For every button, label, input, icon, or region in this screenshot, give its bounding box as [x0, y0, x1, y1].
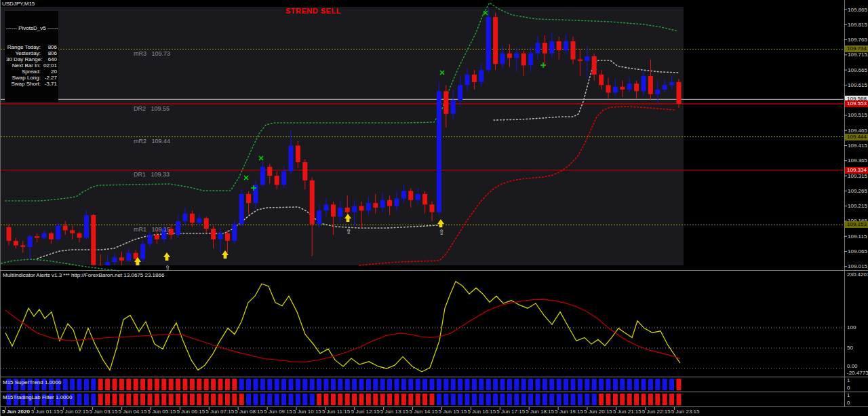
time-axis-label: 5 Jun 01:15 — [31, 409, 60, 415]
time-axis-label: 5 Jun 08:15 — [235, 409, 263, 415]
candle-body — [176, 221, 180, 235]
histogram-bar — [331, 394, 336, 405]
price-axis-label: 109.465 — [848, 128, 867, 134]
histogram-bar — [155, 394, 159, 405]
chart-canvas[interactable]: ⇧⇧⇧ — [0, 0, 868, 416]
info-row-label: 30 Day Range: — [6, 56, 42, 62]
histogram-bar — [571, 379, 576, 390]
histogram-bar — [70, 379, 75, 390]
histogram-bar — [225, 394, 230, 405]
candle-body — [140, 244, 145, 259]
candle-body — [211, 229, 216, 240]
histogram-bar — [528, 394, 533, 405]
info-row-value: -3.71 — [41, 81, 57, 87]
histogram-bar — [507, 394, 512, 405]
info-row-value: 806 — [41, 50, 57, 56]
time-axis-label: 5 Jun 10:15 — [293, 409, 321, 415]
candle-body — [521, 54, 526, 66]
histogram-bar — [514, 394, 519, 405]
candle-body — [155, 235, 159, 240]
price-axis-label: 109.515 — [848, 112, 867, 118]
histogram-bar — [655, 394, 660, 405]
price-axis-highlight-109.734: 109.734 — [845, 45, 868, 52]
candle-body — [352, 206, 357, 212]
candle-body — [49, 233, 54, 240]
price-axis-label: 109.765 — [848, 37, 867, 43]
pivot-label-mR1: mR1 109.15 — [134, 226, 170, 233]
time-axis-label: 5 Jun 07:15 — [205, 409, 234, 415]
time-axis-label: 5 Jun 03:15 — [90, 409, 118, 415]
oscillator-layer — [5, 282, 680, 372]
histogram-bar — [627, 394, 632, 405]
price-axis-highlight-109.334: 109.334 — [845, 167, 868, 174]
histogram-bar — [366, 379, 371, 390]
candle-body — [380, 200, 385, 208]
histogram-bar — [77, 379, 82, 390]
candle-body — [289, 146, 294, 172]
histogram-bar — [140, 394, 145, 405]
info-row-label: Spread: — [6, 69, 41, 75]
histogram-bar — [246, 394, 251, 405]
histogram-bar — [613, 379, 618, 390]
time-axis-label: 5 Jun 16:15 — [467, 409, 496, 415]
histogram-bar — [183, 394, 188, 405]
histogram-bar — [338, 394, 342, 405]
histogram-bar — [571, 394, 576, 405]
price-axis-label: 109.615 — [848, 82, 867, 88]
oscillator-line-red — [5, 299, 680, 362]
candle-body — [296, 146, 300, 163]
candle-body — [105, 262, 110, 269]
histogram-bar — [557, 379, 561, 390]
candle-body — [571, 41, 576, 60]
chart-window: ⇧⇧⇧ USDJPY,M15 STREND SELL ------ Pivots… — [0, 0, 868, 416]
histogram-bar — [422, 394, 427, 405]
pivot-label-mR2: mR2 109.44 — [134, 138, 170, 145]
histogram-bar — [211, 394, 216, 405]
hollow-arrow-icon: ⇧ — [345, 227, 351, 236]
candle-body — [183, 214, 188, 221]
histogram-bar — [246, 379, 251, 390]
histogram-bar — [416, 394, 420, 405]
histogram-bar — [648, 394, 653, 405]
histogram-bar — [197, 394, 201, 405]
candle-body — [648, 76, 653, 94]
histogram-bar — [324, 394, 329, 405]
histogram-bar — [521, 379, 526, 390]
candle-body — [56, 226, 60, 240]
price-axis-highlight-109.444: 109.444 — [845, 134, 868, 140]
histogram-bar — [408, 394, 413, 405]
price-axis-highlight-109.553: 109.553 — [845, 100, 868, 107]
histogram-bar — [84, 394, 89, 405]
histogram-bar — [493, 394, 498, 405]
time-axis-label: 5 Jun 09:15 — [264, 409, 292, 415]
candle-body — [260, 167, 265, 185]
histogram-bar — [254, 379, 258, 390]
histogram-bar — [437, 394, 441, 405]
histogram-bar — [486, 394, 491, 405]
histogram-bar — [479, 379, 484, 390]
candle-body — [493, 17, 498, 64]
histogram-bar — [642, 379, 646, 390]
candle-body — [310, 181, 315, 225]
histogram-bar — [275, 379, 279, 390]
histogram-bar — [176, 394, 180, 405]
candle-body — [557, 41, 561, 50]
candle-body — [197, 218, 201, 223]
histogram-bar — [310, 394, 315, 405]
histogram-bar — [366, 394, 371, 405]
candle-body — [14, 241, 18, 246]
histogram-bar — [578, 379, 583, 390]
histogram-bar — [126, 394, 131, 405]
histogram-bar — [105, 394, 110, 405]
histogram-bar — [663, 394, 667, 405]
candle-body — [20, 246, 25, 247]
histogram-bar — [254, 394, 258, 405]
histogram-bar — [380, 394, 385, 405]
histogram-bar — [465, 394, 470, 405]
histogram-bar — [190, 379, 195, 390]
price-axis-label: 109.315 — [848, 173, 867, 179]
candle-body — [408, 191, 413, 200]
candle-body — [606, 85, 611, 92]
candle-body — [42, 233, 47, 238]
histogram-bar — [521, 394, 526, 405]
